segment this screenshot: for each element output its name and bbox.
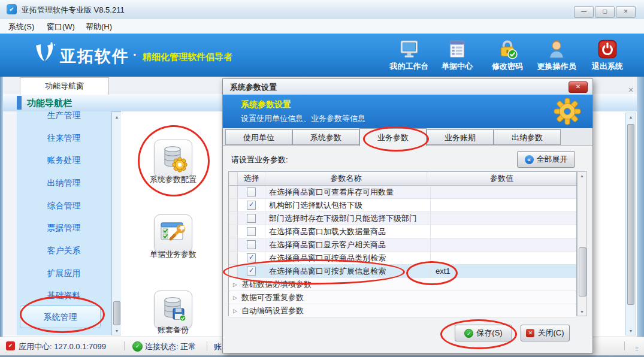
action-document-center[interactable]: 单据中心 — [435, 38, 479, 72]
param-value[interactable] — [431, 212, 576, 225]
statusbar-logo-icon: ✔ — [6, 341, 15, 350]
close-x-icon: ✕ — [526, 329, 534, 337]
action-change-password[interactable]: 修改密码 — [485, 38, 530, 72]
workspace-scrollbar[interactable]: ▲ ▼ — [625, 113, 636, 335]
action-exit-system[interactable]: 退出系统 — [585, 38, 630, 72]
database-backup-icon — [155, 291, 191, 327]
dialog-header: 系统参数设置 设置使用单位信息、业务参数等信息 — [223, 95, 592, 128]
window-title: 亚拓管理软件专业版 V8.5.211 — [22, 5, 125, 16]
table-row[interactable]: 在选择商品窗口加载大数据量商品 — [229, 225, 576, 238]
scrollbar-thumb[interactable] — [627, 124, 634, 305]
checkbox[interactable]: ✓ — [247, 253, 256, 262]
checkbox[interactable] — [247, 187, 256, 196]
expand-triangle-icon[interactable]: ▷ — [233, 295, 237, 301]
dialog-title: 系统参数设置 — [230, 82, 277, 93]
left-gutter — [3, 111, 17, 335]
close-button[interactable]: ✕ — [616, 6, 636, 18]
tab-business-period[interactable]: 业务账期 — [427, 129, 494, 145]
expand-all-button[interactable]: « 全部展开 — [517, 151, 575, 168]
param-name: 在选择商品窗口可查看库存可用数量 — [265, 186, 431, 198]
scrollbar-thumb[interactable] — [113, 301, 120, 325]
shortcut-doc-business-params[interactable] — [154, 214, 192, 253]
expand-all-icon: « — [525, 155, 534, 164]
col-param-name: 参数名称 — [265, 172, 427, 185]
param-value[interactable] — [431, 238, 576, 251]
dialog-header-title: 系统参数设置 — [241, 99, 291, 110]
table-scrollbar[interactable]: ▲ ▼ — [577, 171, 587, 316]
checkbox[interactable] — [247, 227, 256, 236]
sidebar-item-bills[interactable]: 票据管理 — [17, 216, 111, 239]
tab-nav-window[interactable]: 功能导航窗 — [20, 77, 109, 95]
action-switch-operator[interactable]: 更换操作员 — [534, 38, 579, 72]
param-value[interactable] — [431, 225, 576, 238]
annotation-circle-save-button — [440, 319, 517, 349]
shortcut-label[interactable]: 账套备份 — [131, 325, 215, 335]
expand-triangle-icon[interactable]: ▷ — [233, 282, 237, 288]
sidebar-item-production[interactable]: 生产管理 — [17, 111, 111, 126]
scroll-up-icon[interactable]: ▲ — [112, 115, 122, 119]
dialog-close-button[interactable]: ✕ — [569, 81, 588, 93]
sidebar-item-accounting[interactable]: 账务处理 — [17, 149, 111, 171]
sidebar-item-contacts[interactable]: 往来管理 — [17, 126, 111, 149]
col-param-value: 参数值 — [427, 172, 576, 185]
expand-triangle-icon[interactable]: ▷ — [233, 308, 237, 314]
brand-name: 亚拓软件 — [60, 46, 129, 67]
user-icon — [546, 38, 567, 60]
param-value[interactable] — [431, 199, 576, 211]
resize-grip-icon[interactable]: ⠿ — [635, 346, 639, 352]
dialog-header-subtitle: 设置使用单位信息、业务参数等信息 — [241, 113, 365, 124]
annotation-circle-business-params-tab — [363, 126, 429, 152]
monitor-icon — [398, 38, 420, 60]
table-row[interactable]: ✓ 机构部门选择默认包括下级 — [229, 199, 576, 212]
shortcut-account-backup[interactable] — [154, 291, 192, 329]
scroll-up-icon[interactable]: ▲ — [578, 174, 586, 178]
param-group-row[interactable]: ▷ 自动编码设置参数 — [229, 304, 576, 317]
lock-check-icon — [497, 38, 518, 60]
param-value[interactable] — [431, 186, 576, 198]
checkbox[interactable] — [247, 214, 256, 223]
close-dialog-button[interactable]: ✕ 关闭(C) — [521, 325, 570, 341]
action-my-workbench[interactable]: 我的工作台 — [387, 38, 431, 72]
sidebar-item-cashier[interactable]: 出纳管理 — [17, 171, 111, 194]
scroll-down-icon[interactable]: ▼ — [578, 310, 586, 314]
window-wrench-icon — [155, 215, 191, 251]
window-border-right — [637, 77, 644, 357]
workspace-close-icon[interactable]: ✕ — [627, 86, 635, 94]
gear-icon — [553, 97, 582, 126]
tab-usage-unit[interactable]: 使用单位 — [225, 129, 292, 145]
annotation-circle-ext1-value — [406, 261, 458, 285]
checkbox[interactable]: ✓ — [247, 201, 256, 210]
brand-separator: · — [133, 48, 137, 62]
tab-cashier-params[interactable]: 出纳参数 — [494, 129, 561, 145]
params-prompt: 请设置业务参数: — [231, 155, 288, 165]
menu-window[interactable]: 窗口(W) — [47, 22, 75, 32]
table-row[interactable]: 在选择商品窗口显示客户相关商品 — [229, 238, 576, 252]
expand-all-label: 全部展开 — [537, 154, 568, 165]
document-list-icon — [446, 38, 468, 60]
dialog-titlebar: 系统参数设置 ✕ — [223, 79, 592, 95]
scrollbar-thumb[interactable] — [579, 247, 586, 297]
maximize-button[interactable]: ▢ — [595, 6, 615, 18]
param-value[interactable] — [431, 252, 576, 264]
close-label: 关闭(C) — [537, 328, 564, 338]
annotation-circle-system-params-shortcut — [138, 125, 210, 196]
scroll-down-icon[interactable]: ▼ — [112, 329, 122, 333]
scroll-up-icon[interactable]: ▲ — [626, 115, 636, 119]
menu-system[interactable]: 系统(S) — [8, 22, 34, 32]
checkbox[interactable] — [247, 240, 256, 249]
sidebar-item-extensions[interactable]: 扩展应用 — [17, 262, 111, 285]
shortcut-label[interactable]: 单据业务参数 — [131, 249, 215, 260]
scroll-down-icon[interactable]: ▼ — [626, 329, 636, 333]
param-name: 在选择商品窗口显示客户相关商品 — [265, 238, 431, 251]
connection-ok-icon: ✓ — [132, 341, 143, 352]
tab-system-params[interactable]: 系统参数 — [292, 129, 359, 145]
table-row[interactable]: 部门选择时存在下级部门只能选择下级部门 — [229, 212, 576, 225]
param-group-row[interactable]: ▷ 数据可否重复参数 — [229, 291, 576, 304]
sidebar-item-comprehensive[interactable]: 综合管理 — [17, 194, 111, 217]
minimize-button[interactable]: — — [574, 6, 594, 18]
table-row[interactable]: 在选择商品窗口可查看库存可用数量 — [229, 186, 576, 199]
menu-help[interactable]: 帮助(H) — [86, 22, 112, 32]
param-name: 在选择商品窗口加载大数据量商品 — [265, 225, 431, 238]
status-separator — [124, 341, 125, 350]
sidebar-item-crm[interactable]: 客户关系 — [17, 239, 111, 262]
